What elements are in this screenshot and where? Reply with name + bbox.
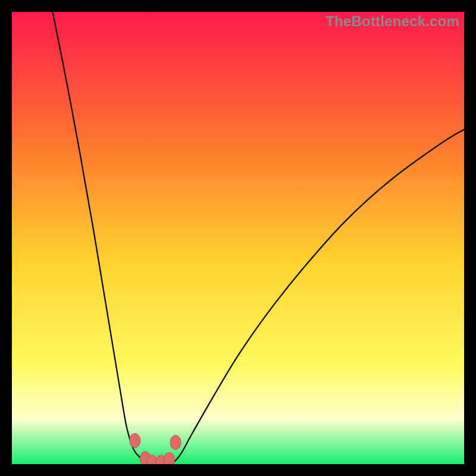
gradient-background bbox=[12, 12, 464, 464]
data-marker bbox=[164, 452, 174, 464]
data-marker bbox=[170, 436, 181, 450]
watermark-text: TheBottleneck.com bbox=[325, 13, 459, 30]
chart-frame: TheBottleneck.com bbox=[12, 12, 464, 464]
data-marker bbox=[130, 433, 140, 447]
bottleneck-chart bbox=[12, 12, 464, 464]
